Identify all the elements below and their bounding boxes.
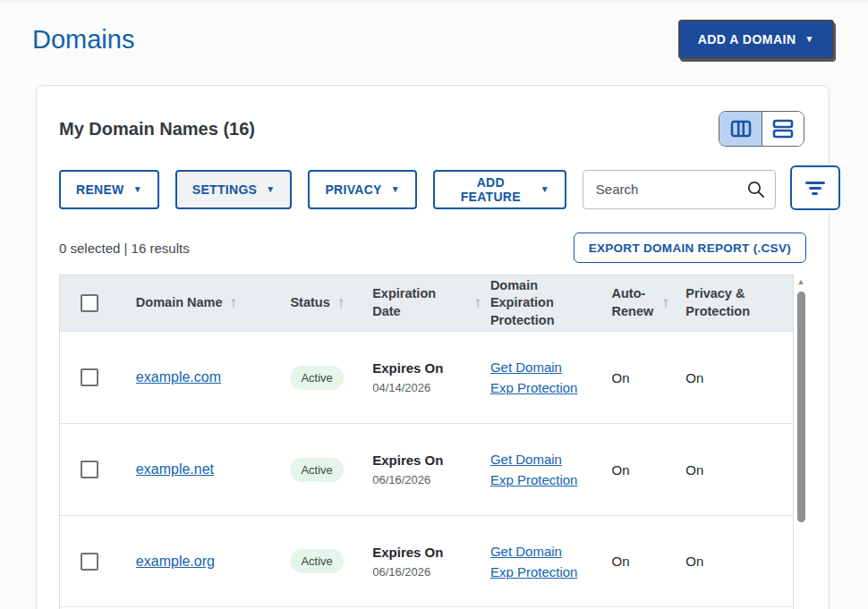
privacy-button[interactable]: PRIVACY ▼	[308, 170, 417, 209]
add-a-domain-label: ADD A DOMAIN	[698, 32, 796, 47]
column-label: Expiration Date	[372, 285, 466, 320]
row-checkbox[interactable]	[81, 461, 98, 478]
column-header-expiration-date[interactable]: Expiration Date ↑	[363, 285, 481, 320]
expiration-date: 04/14/2026	[372, 381, 443, 394]
row-checkbox[interactable]	[81, 553, 98, 571]
row-view-toggle[interactable]	[762, 112, 804, 146]
column-header-domain-name[interactable]: Domain Name ↑	[127, 293, 282, 314]
table-row: example.net Active Expires On 06/16/2026…	[60, 423, 793, 515]
privacy-protection-value: On	[685, 462, 703, 478]
domain-link[interactable]: example.org	[136, 554, 215, 570]
export-domain-report-button[interactable]: EXPORT DOMAIN REPORT (.CSV)	[574, 233, 806, 263]
column-header-privacy-protection: Privacy & Protection	[677, 285, 793, 320]
table-row: example.org Active Expires On 06/16/2026…	[60, 515, 793, 607]
column-label: Privacy & Protection	[685, 285, 761, 320]
renew-label: RENEW	[76, 182, 124, 197]
status-badge: Active	[290, 366, 343, 390]
table-scrollbar: ▲	[796, 275, 806, 609]
auto-renew-value: On	[612, 370, 630, 385]
chevron-down-icon: ▼	[540, 185, 549, 194]
column-header-auto-renew[interactable]: Auto-Renew ↑	[603, 285, 677, 320]
chevron-down-icon: ▼	[133, 185, 142, 194]
search-icon[interactable]	[746, 180, 765, 202]
row-checkbox[interactable]	[81, 368, 98, 386]
row-checkbox-cell	[60, 461, 127, 478]
card-title: My Domain Names (16)	[59, 119, 255, 140]
privacy-label: PRIVACY	[325, 182, 381, 197]
column-label: Domain Expiration Protection	[490, 277, 566, 330]
table-area: Domain Name ↑ Status ↑ Expiration Date ↑…	[37, 275, 829, 609]
table-row: example.com Active Expires On 04/14/2026…	[60, 331, 793, 423]
filter-button[interactable]	[790, 165, 840, 210]
column-header-status[interactable]: Status ↑	[281, 293, 363, 314]
status-badge: Active	[290, 458, 343, 482]
expires-on-label: Expires On	[372, 545, 443, 560]
column-label: Domain Name	[136, 294, 223, 312]
row-checkbox-cell	[60, 553, 127, 571]
domain-link[interactable]: example.com	[136, 369, 221, 385]
chevron-down-icon: ▼	[266, 185, 275, 194]
scrollbar-thumb[interactable]	[797, 292, 805, 522]
column-view-toggle[interactable]	[719, 112, 762, 146]
expiration-date: 06/16/2026	[372, 473, 443, 486]
table-header-row: Domain Name ↑ Status ↑ Expiration Date ↑…	[60, 275, 793, 331]
auto-renew-value: On	[612, 462, 630, 478]
add-feature-label: ADD FEATURE	[450, 175, 532, 204]
sort-arrow-up-icon[interactable]: ↑	[337, 293, 345, 314]
get-domain-exp-protection-link[interactable]: Get Domain Exp Protection	[490, 449, 580, 490]
column-label: Status	[290, 294, 329, 312]
page-title: Domains	[32, 25, 134, 55]
sort-arrow-up-icon[interactable]: ↑	[662, 293, 670, 314]
chevron-down-icon: ▼	[391, 185, 400, 194]
get-domain-exp-protection-link[interactable]: Get Domain Exp Protection	[490, 541, 580, 582]
privacy-protection-value: On	[685, 370, 703, 385]
my-domains-card: My Domain Names (16) RENEW ▼ SE	[36, 85, 830, 609]
toolbar: RENEW ▼ SETTINGS ▼ PRIVACY ▼ ADD FEATURE…	[37, 168, 829, 210]
page-header: Domains ADD A DOMAIN ▼	[32, 20, 834, 59]
column-header-domain-expiration-protection: Domain Expiration Protection	[481, 277, 603, 330]
header-checkbox-cell	[60, 294, 127, 312]
add-a-domain-button[interactable]: ADD A DOMAIN ▼	[678, 20, 834, 59]
get-domain-exp-protection-link[interactable]: Get Domain Exp Protection	[490, 357, 580, 398]
scrollbar-up-icon[interactable]: ▲	[797, 277, 805, 286]
selection-summary: 0 selected | 16 results	[59, 241, 190, 256]
search-container	[583, 170, 776, 209]
selection-row: 0 selected | 16 results EXPORT DOMAIN RE…	[37, 233, 829, 263]
filter-icon	[805, 182, 825, 195]
domains-table: Domain Name ↑ Status ↑ Expiration Date ↑…	[59, 275, 794, 609]
privacy-protection-value: On	[685, 554, 703, 569]
sort-arrow-up-icon[interactable]: ↑	[473, 293, 481, 314]
column-view-icon	[730, 120, 752, 138]
add-feature-button[interactable]: ADD FEATURE ▼	[433, 170, 566, 209]
row-view-icon	[772, 119, 794, 139]
card-title-row: My Domain Names (16)	[37, 86, 829, 147]
view-toggle-group	[719, 111, 804, 147]
settings-button[interactable]: SETTINGS ▼	[175, 170, 293, 209]
auto-renew-value: On	[612, 554, 630, 569]
row-checkbox-cell	[60, 368, 127, 386]
chevron-down-icon: ▼	[805, 35, 814, 44]
settings-label: SETTINGS	[192, 182, 257, 197]
renew-button[interactable]: RENEW ▼	[59, 170, 159, 209]
select-all-checkbox[interactable]	[81, 294, 98, 312]
domain-link[interactable]: example.net	[136, 461, 214, 478]
expiration-date: 06/16/2026	[372, 565, 443, 579]
sort-arrow-up-icon[interactable]: ↑	[230, 293, 238, 314]
status-badge: Active	[290, 549, 343, 573]
expires-on-label: Expires On	[372, 453, 443, 468]
column-label: Auto-Renew	[612, 285, 655, 320]
top-divider	[0, 0, 868, 3]
expires-on-label: Expires On	[372, 360, 443, 376]
